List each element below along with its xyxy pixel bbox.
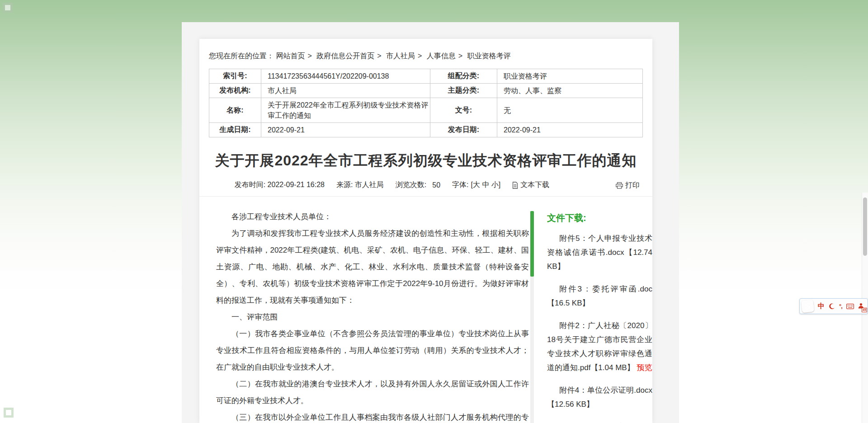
article-meta-center: 发布时间: 2022-09-21 16:28 来源: 市人社局 浏览次数: 50… bbox=[199, 180, 585, 190]
content-scrollbar-track[interactable] bbox=[530, 211, 534, 423]
content-scrollbar-thumb[interactable] bbox=[530, 211, 534, 277]
attachment-link-4[interactable]: 附件4：单位公示证明.docx【12.56 KB】 bbox=[547, 383, 652, 411]
attachment-text: 附件4：单位公示证明.docx【12.56 KB】 bbox=[547, 386, 652, 409]
paragraph: 为了调动和发挥我市工程专业技术人员服务经济建设的创造性和主动性，根据相关职称评审… bbox=[216, 225, 529, 309]
table-row: 索引号: 11341723563444561Y/202209-00138 组配分… bbox=[209, 69, 643, 84]
preview-link[interactable]: 预览 bbox=[637, 363, 652, 372]
font-size-options[interactable]: [大 中 小] bbox=[471, 180, 501, 190]
article-meta: 发布时间: 2022-09-21 16:28 来源: 市人社局 浏览次数: 50… bbox=[199, 180, 652, 191]
page-title: 关于开展2022年全市工程系列初级专业技术资格评审工作的通知 bbox=[199, 151, 652, 171]
ime-punctuation-icon[interactable]: °, bbox=[839, 303, 842, 310]
publish-date-value: 2022-09-21 bbox=[497, 123, 643, 137]
breadcrumb-separator: > bbox=[458, 52, 462, 60]
index-number-label: 索引号: bbox=[209, 69, 261, 84]
document-icon bbox=[512, 182, 518, 189]
ime-user-badge: 45 bbox=[862, 308, 867, 312]
paragraph: （二）在我市就业的港澳台专业技术人才，以及持有外国人永久居留证或外国人工作许可证… bbox=[216, 376, 529, 409]
page: 您现在所在的位置： 网站首页> 政府信息公开首页> 市人社局> 人事信息> 职业… bbox=[0, 0, 868, 423]
content-area: 各涉工程专业技术人员单位： 为了调动和发挥我市工程专业技术人员服务经济建设的创造… bbox=[199, 208, 652, 423]
ime-account-icon[interactable]: 45 bbox=[858, 302, 864, 310]
category-value: 职业资格考评 bbox=[497, 69, 643, 84]
publish-time: 发布时间: 2022-09-21 16:28 bbox=[235, 180, 325, 190]
attachment-link-3[interactable]: 附件3：委托评审函.doc【16.5 KB】 bbox=[547, 282, 652, 310]
meta-divider bbox=[199, 196, 652, 197]
document-info-table: 索引号: 11341723563444561Y/202209-00138 组配分… bbox=[209, 69, 643, 137]
font-size-control: 字体: [大 中 小] bbox=[452, 180, 500, 190]
print-button[interactable]: 打印 bbox=[616, 181, 640, 190]
doc-name-label: 名称: bbox=[209, 98, 261, 123]
breadcrumb-bureau[interactable]: 市人社局 bbox=[386, 52, 415, 60]
created-date-label: 生成日期: bbox=[209, 123, 261, 137]
category-label: 组配分类: bbox=[430, 69, 497, 84]
print-label: 打印 bbox=[625, 181, 640, 190]
corner-decoration-top bbox=[3, 3, 13, 13]
breadcrumb-label: 您现在所在的位置： bbox=[209, 52, 274, 60]
sogou-logo-icon[interactable]: S bbox=[801, 300, 815, 313]
view-count-value: 50 bbox=[432, 181, 440, 189]
topic-label: 主题分类: bbox=[430, 84, 497, 98]
ime-chinese-mode-icon[interactable]: 中 bbox=[818, 302, 825, 310]
attachment-link-1[interactable]: 附件1：关于印发安徽省工 bbox=[547, 420, 652, 423]
breadcrumb-gov-info[interactable]: 政府信息公开首页 bbox=[316, 52, 374, 60]
paragraph: （一）我市各类企事业单位（不含参照公务员法管理的事业单位）专业技术岗位上从事专业… bbox=[216, 325, 529, 376]
table-row: 发布机构: 市人社局 主题分类: 劳动、人事、监察 bbox=[209, 84, 643, 98]
doc-number-value: 无 bbox=[497, 98, 643, 123]
breadcrumb-separator: > bbox=[377, 52, 381, 60]
publish-date-label: 发布日期: bbox=[430, 123, 497, 137]
downloads-heading: 文件下载: bbox=[547, 212, 652, 224]
text-download-button[interactable]: 文本下载 bbox=[512, 180, 549, 190]
paragraph: （三）在我市以外企业单位工作且人事档案由我市各级人社部门人才服务机构代理的专业技… bbox=[216, 409, 529, 423]
article-body: 各涉工程专业技术人员单位： 为了调动和发挥我市工程专业技术人员服务经济建设的创造… bbox=[216, 208, 529, 423]
downloads-sidebar: 文件下载: 附件5：个人申报专业技术资格诚信承诺书.docx【12.74 KB】… bbox=[547, 212, 652, 423]
attachment-link-2[interactable]: 附件2：广人社秘〔2020〕18号关于建立广德市民营企业专业技术人才职称评审绿色… bbox=[547, 319, 652, 375]
doc-name-value: 关于开展2022年全市工程系列初级专业技术资格评审工作的通知 bbox=[261, 98, 430, 123]
table-row: 生成日期: 2022-09-21 发布日期: 2022-09-21 bbox=[209, 123, 643, 137]
doc-number-label: 文号: bbox=[430, 98, 497, 123]
breadcrumb: 您现在所在的位置： 网站首页> 政府信息公开首页> 市人社局> 人事信息> 职业… bbox=[209, 52, 643, 61]
view-count-label: 浏览次数: bbox=[396, 180, 426, 190]
topic-value: 劳动、人事、监察 bbox=[497, 84, 643, 98]
ime-keyboard-icon[interactable] bbox=[846, 304, 854, 309]
attachment-text: 附件3：委托评审函.doc【16.5 KB】 bbox=[547, 285, 652, 307]
breadcrumb-separator: > bbox=[418, 52, 422, 60]
attachment-link-5[interactable]: 附件5：个人申报专业技术资格诚信承诺书.docx【12.74 KB】 bbox=[547, 231, 652, 273]
paragraph: 一、评审范围 bbox=[216, 309, 529, 325]
breadcrumb-separator: > bbox=[307, 52, 311, 60]
issuer-label: 发布机构: bbox=[209, 84, 261, 98]
table-row: 名称: 关于开展2022年全市工程系列初级专业技术资格评审工作的通知 文号: 无 bbox=[209, 98, 643, 123]
breadcrumb-current[interactable]: 职业资格考评 bbox=[467, 52, 511, 60]
sogou-ime-toolbar: S 中 °, 45 bbox=[799, 298, 868, 314]
attachment-text: 附件5：个人申报专业技术资格诚信承诺书.docx【12.74 KB】 bbox=[547, 234, 652, 271]
issuer-value: 市人社局 bbox=[261, 84, 430, 98]
index-number-value: 11341723563444561Y/202209-00138 bbox=[261, 69, 430, 84]
breadcrumb-home[interactable]: 网站首页 bbox=[276, 52, 305, 60]
paragraph: 各涉工程专业技术人员单位： bbox=[216, 208, 529, 225]
printer-icon bbox=[616, 182, 623, 189]
text-download-label: 文本下载 bbox=[520, 180, 549, 190]
article-panel: 您现在所在的位置： 网站首页> 政府信息公开首页> 市人社局> 人事信息> 职业… bbox=[199, 39, 652, 423]
created-date-value: 2022-09-21 bbox=[261, 123, 430, 137]
ime-fullhalf-moon-icon[interactable] bbox=[829, 303, 835, 310]
browser-scrollbar-thumb[interactable] bbox=[863, 197, 867, 256]
view-count: 浏览次数: 50 bbox=[396, 180, 440, 190]
source: 来源: 市人社局 bbox=[336, 180, 384, 190]
breadcrumb-hr-info[interactable]: 人事信息 bbox=[427, 52, 456, 60]
corner-decoration-bottom bbox=[4, 408, 14, 418]
font-size-label: 字体: bbox=[452, 180, 468, 190]
